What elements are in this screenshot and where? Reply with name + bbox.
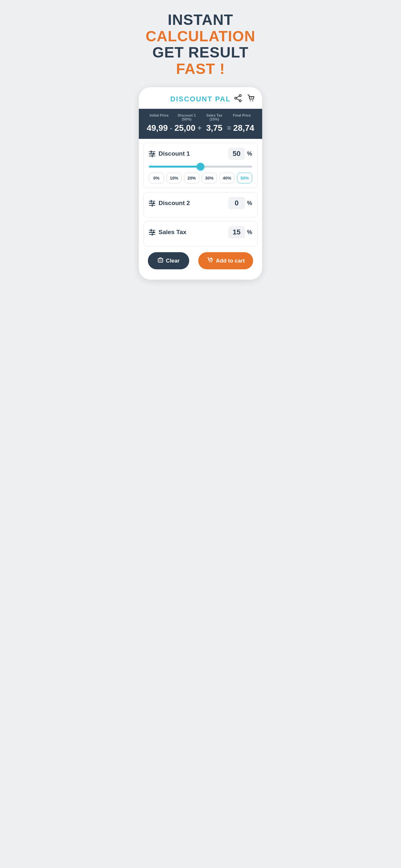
discount1-percent-sign: % <box>247 151 252 157</box>
discount2-percent-sign: % <box>247 200 252 207</box>
operator-plus: + <box>197 124 203 132</box>
svg-rect-12 <box>159 258 161 259</box>
discount2-value[interactable]: 0 <box>228 197 245 209</box>
app-title: DISCOUNT PAL <box>170 95 230 103</box>
phone-mockup: DISCOUNT PAL <box>139 87 262 280</box>
controls-section: Discount 1 50 % 0% 10% 20% 30% 40% 5 <box>139 143 262 246</box>
discount2-label: Discount 2 <box>158 199 190 207</box>
svg-point-13 <box>210 262 210 262</box>
sales-tax-header: Sales Tax 15 % <box>149 226 252 238</box>
add-to-cart-button[interactable]: Add to cart <box>198 252 253 269</box>
action-row: Clear Add to cart <box>143 252 258 269</box>
svg-rect-8 <box>158 259 163 262</box>
label-discount1: Discount 1(50%) <box>173 113 201 121</box>
svg-point-1 <box>235 97 237 99</box>
clear-button[interactable]: Clear <box>148 252 189 269</box>
discount1-label-group: Discount 1 <box>149 150 190 157</box>
cart-header-icon[interactable]: 0 <box>247 94 256 104</box>
svg-point-5 <box>250 100 251 101</box>
sales-tax-label-group: Sales Tax <box>149 228 186 236</box>
value-final-price: 28,74 <box>232 123 256 133</box>
value-sales-tax: 3,75 <box>203 123 226 133</box>
quick-pct-10[interactable]: 10% <box>166 173 182 183</box>
header-line1: INSTANT CALCULATION <box>140 11 261 44</box>
sales-tax-label: Sales Tax <box>158 228 186 236</box>
value-initial-price: 49,99 <box>145 123 169 133</box>
quick-pct-20[interactable]: 20% <box>184 173 199 183</box>
summary-labels: Initial Price Discount 1(50%) Sales Tax(… <box>145 113 256 121</box>
summary-card: Initial Price Discount 1(50%) Sales Tax(… <box>139 109 262 139</box>
header-line1-part1: INSTANT <box>168 11 234 28</box>
add-to-cart-label: Add to cart <box>216 258 245 264</box>
discount1-control: Discount 1 50 % 0% 10% 20% 30% 40% 5 <box>143 143 258 188</box>
app-header-icons: 0 <box>234 94 256 104</box>
operator-minus: - <box>169 124 173 132</box>
svg-point-0 <box>239 95 241 97</box>
discount1-value[interactable]: 50 <box>228 148 245 160</box>
header-line2-part2: FAST ! <box>176 60 225 77</box>
sales-tax-value-group: 15 % <box>228 226 252 238</box>
label-initial-price: Initial Price <box>145 113 173 121</box>
sliders-icon-discount2 <box>149 201 155 206</box>
svg-line-3 <box>237 96 239 98</box>
discount2-control: Discount 2 0 % <box>143 192 258 217</box>
share-icon[interactable] <box>234 94 242 104</box>
discount2-header: Discount 2 0 % <box>149 197 252 209</box>
discount1-label: Discount 1 <box>158 150 190 157</box>
svg-point-2 <box>239 100 241 102</box>
quick-pct-50[interactable]: 50% <box>237 173 252 183</box>
page-wrapper: INSTANT CALCULATION GET RESULT FAST ! DI… <box>134 0 267 289</box>
svg-text:0: 0 <box>251 96 252 99</box>
svg-point-14 <box>211 262 212 262</box>
cart-plus-icon <box>207 257 213 265</box>
operator-equals: = <box>226 124 232 132</box>
discount1-header: Discount 1 50 % <box>149 148 252 160</box>
discount1-slider[interactable] <box>149 166 252 167</box>
trash-icon <box>158 257 163 265</box>
discount2-value-group: 0 % <box>228 197 252 209</box>
label-sales-tax: Sales Tax(15%) <box>201 113 228 121</box>
value-discount1: 25,00 <box>173 123 197 133</box>
header-banner: INSTANT CALCULATION GET RESULT FAST ! <box>134 0 267 83</box>
app-header: DISCOUNT PAL <box>139 87 262 109</box>
label-final-price: Final Price <box>228 113 256 121</box>
header-line1-part2: CALCULATION <box>146 28 255 44</box>
sliders-icon-sales-tax <box>149 230 155 235</box>
discount1-value-group: 50 % <box>228 148 252 160</box>
sales-tax-control: Sales Tax 15 % <box>143 221 258 246</box>
sliders-icon-discount1 <box>149 151 155 157</box>
sales-tax-percent-sign: % <box>247 229 252 236</box>
clear-label: Clear <box>166 258 180 264</box>
quick-pct-40[interactable]: 40% <box>220 173 235 183</box>
summary-values: 49,99 - 25,00 + 3,75 = 28,74 <box>145 123 256 133</box>
header-line2: GET RESULT FAST ! <box>140 44 261 77</box>
svg-point-6 <box>252 100 253 101</box>
quick-pct-30[interactable]: 30% <box>202 173 217 183</box>
header-line2-part1: GET RESULT <box>152 44 249 61</box>
svg-line-4 <box>237 99 239 100</box>
quick-pct-row: 0% 10% 20% 30% 40% 50% <box>149 173 252 183</box>
discount2-label-group: Discount 2 <box>149 199 190 207</box>
discount1-slider-container <box>149 163 252 169</box>
quick-pct-0[interactable]: 0% <box>149 173 164 183</box>
sales-tax-value[interactable]: 15 <box>228 226 245 238</box>
